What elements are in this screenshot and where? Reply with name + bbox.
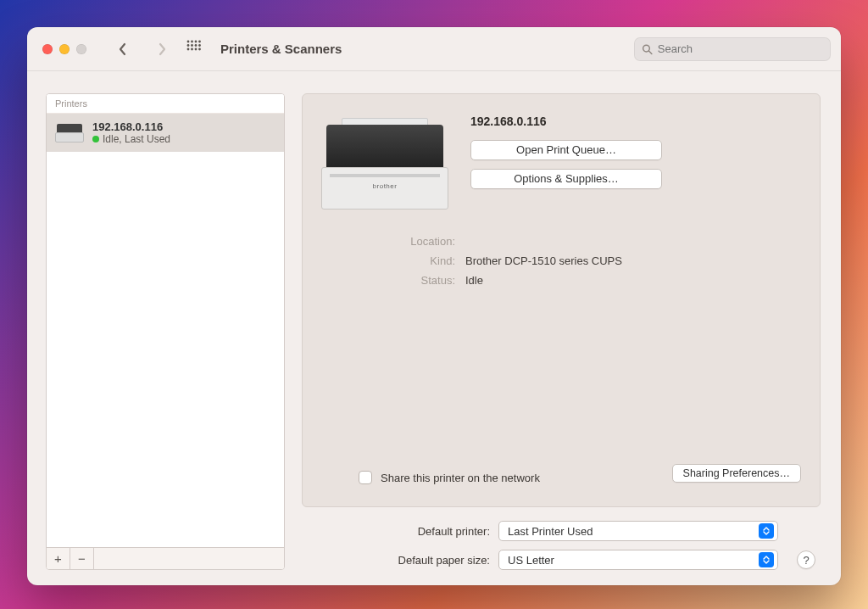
preferences-window: Printers & Scanners Printers 192.168.0.1… [27,27,841,585]
printer-detail-box: brother 192.168.0.116 Open Print Queue… … [302,93,821,507]
share-printer-row: Share this printer on the network Sharin… [321,455,801,491]
chevron-left-icon [118,42,128,56]
show-all-button[interactable] [186,40,202,58]
printer-list-item[interactable]: 192.168.0.116 Idle, Last Used [47,114,284,152]
property-value: Idle [465,274,483,287]
svg-point-10 [195,48,198,51]
open-print-queue-button[interactable]: Open Print Queue… [470,140,662,160]
printer-list-empty-area [47,152,284,547]
default-paper-row: Default paper size: US Letter ? [302,550,815,570]
default-printer-row: Default printer: Last Printer Used [302,521,815,541]
printer-brand-label: brother [321,182,448,190]
search-field[interactable] [634,37,831,61]
grid-icon [186,40,202,55]
property-key: Kind: [321,254,455,267]
minimize-window-button[interactable] [59,44,70,54]
svg-point-6 [195,44,198,47]
svg-point-2 [195,41,198,43]
svg-point-8 [187,48,190,51]
property-row-kind: Kind: Brother DCP-1510 series CUPS [321,254,801,267]
svg-point-9 [191,48,193,51]
default-paper-select[interactable]: US Letter [498,550,778,570]
default-paper-value: US Letter [508,554,554,567]
default-paper-label: Default paper size: [398,554,490,567]
titlebar: Printers & Scanners [27,27,841,71]
select-stepper-icon [759,552,774,567]
printer-list-footer: + − [47,547,284,569]
property-key: Status: [321,274,455,287]
close-window-button[interactable] [42,44,53,54]
share-printer-checkbox[interactable] [359,471,372,484]
default-printer-value: Last Printer Used [508,525,593,538]
printer-item-status-text: Idle, Last Used [103,133,170,145]
remove-printer-button[interactable]: − [70,548,94,569]
options-supplies-button[interactable]: Options & Supplies… [470,169,662,189]
svg-line-13 [648,51,651,53]
back-button[interactable] [110,36,136,62]
content: Printers 192.168.0.116 Idle, Last Used +… [27,71,841,585]
default-printer-label: Default printer: [418,525,490,538]
printer-list: Printers 192.168.0.116 Idle, Last Used +… [46,93,285,570]
printer-item-name: 192.168.0.116 [92,120,170,133]
select-stepper-icon [759,523,774,539]
printer-item-text: 192.168.0.116 Idle, Last Used [92,120,170,145]
svg-point-7 [198,44,201,47]
svg-point-4 [187,44,190,47]
printer-image: brother [321,113,448,215]
printer-item-status: Idle, Last Used [92,133,170,145]
search-input[interactable] [658,42,823,55]
property-row-status: Status: Idle [321,274,801,287]
svg-point-5 [191,44,193,47]
detail-title: 192.168.0.116 [470,115,801,128]
property-row-location: Location: [321,235,801,248]
search-icon [642,43,653,55]
help-button[interactable]: ? [797,550,815,569]
add-printer-button[interactable]: + [47,548,70,569]
svg-point-0 [187,41,190,43]
main-panel: brother 192.168.0.116 Open Print Queue… … [302,93,821,570]
printer-list-header: Printers [47,94,284,114]
zoom-window-button[interactable] [76,44,86,54]
svg-point-3 [198,41,201,43]
page-title: Printers & Scanners [220,42,342,56]
svg-point-1 [191,41,193,43]
status-dot-icon [92,136,99,142]
svg-point-11 [198,48,201,51]
sharing-preferences-button[interactable]: Sharing Preferences… [672,464,801,483]
default-printer-select[interactable]: Last Printer Used [498,521,778,541]
forward-button[interactable] [149,36,175,62]
chevron-right-icon [157,42,167,56]
defaults-section: Default printer: Last Printer Used Defau… [302,521,821,570]
share-printer-label: Share this printer on the network [381,472,540,484]
detail-info: 192.168.0.116 Open Print Queue… Options … [470,113,801,215]
printer-icon [55,121,84,145]
property-value: Brother DCP-1510 series CUPS [465,254,622,267]
printer-properties: Location: Kind: Brother DCP-1510 series … [321,235,801,293]
window-controls [37,44,86,54]
detail-top: brother 192.168.0.116 Open Print Queue… … [321,113,801,215]
property-key: Location: [321,235,455,248]
